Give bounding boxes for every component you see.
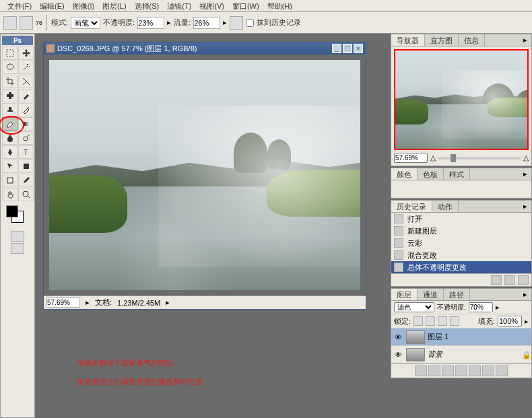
slice-tool[interactable] bbox=[18, 75, 34, 88]
panel-menu-icon[interactable]: ▸ bbox=[519, 168, 531, 180]
tab-swatches[interactable]: 色板 bbox=[418, 168, 444, 180]
airbrush-icon[interactable] bbox=[230, 16, 243, 30]
fg-color-swatch[interactable] bbox=[6, 205, 18, 217]
dodge-tool[interactable] bbox=[18, 131, 34, 145]
type-tool[interactable]: T bbox=[18, 145, 34, 159]
visibility-icon[interactable]: 👁 bbox=[393, 349, 403, 360]
lock-all-icon[interactable] bbox=[450, 316, 459, 326]
close-button[interactable]: × bbox=[354, 44, 363, 53]
lock-pixels-icon[interactable] bbox=[426, 316, 435, 326]
fill-input[interactable] bbox=[498, 316, 522, 326]
zoom-arrow-icon[interactable]: ▸ bbox=[86, 298, 90, 307]
color-swatches[interactable] bbox=[2, 204, 33, 227]
layer-row[interactable]: 👁 背景 🔒 bbox=[391, 346, 531, 363]
flow-arrow-icon[interactable]: ▸ bbox=[223, 18, 227, 27]
tab-actions[interactable]: 动作 bbox=[432, 201, 459, 212]
notes-tool[interactable] bbox=[2, 174, 18, 187]
gradient-tool[interactable] bbox=[18, 117, 34, 131]
crop-tool[interactable] bbox=[2, 75, 18, 88]
adjustment-icon[interactable] bbox=[455, 365, 467, 376]
tab-info[interactable]: 信息 bbox=[459, 34, 485, 46]
menu-file[interactable]: 文件(F) bbox=[3, 0, 36, 11]
mode-select[interactable]: 画笔 bbox=[71, 17, 100, 29]
layer-row[interactable]: 👁 图层 1 bbox=[391, 328, 531, 346]
panel-menu-icon[interactable]: ▸ bbox=[519, 201, 531, 212]
document-body[interactable] bbox=[44, 55, 366, 295]
new-layer-icon[interactable] bbox=[482, 365, 494, 376]
opacity-arrow-icon[interactable]: ▸ bbox=[167, 18, 171, 27]
tab-color[interactable]: 颜色 bbox=[391, 168, 418, 180]
nav-zoom-input[interactable] bbox=[394, 153, 428, 163]
photo-canvas[interactable] bbox=[49, 60, 360, 290]
flow-input[interactable] bbox=[193, 17, 220, 29]
title-bar[interactable]: DSC_0269.JPG @ 57.7% (图层 1, RGB/8) _ □ × bbox=[44, 42, 366, 55]
tab-layers[interactable]: 图层 bbox=[391, 289, 418, 300]
menu-filter[interactable]: 滤镜(T) bbox=[163, 0, 195, 11]
lasso-tool[interactable] bbox=[2, 61, 18, 74]
marquee-tool[interactable] bbox=[2, 46, 18, 60]
group-icon[interactable] bbox=[469, 365, 481, 376]
eraser-tool[interactable] bbox=[2, 117, 18, 131]
lock-position-icon[interactable] bbox=[438, 316, 447, 326]
screenmode-icon[interactable] bbox=[11, 243, 24, 254]
move-tool[interactable] bbox=[18, 46, 34, 60]
docinfo-arrow-icon[interactable]: ▸ bbox=[166, 298, 170, 307]
trash-icon[interactable] bbox=[496, 365, 508, 376]
zoom-input[interactable] bbox=[46, 298, 80, 308]
shape-tool[interactable] bbox=[18, 160, 34, 173]
zoom-slider[interactable] bbox=[438, 157, 521, 160]
eyedropper-tool[interactable] bbox=[18, 174, 34, 187]
tab-navigator[interactable]: 导航器 bbox=[391, 34, 425, 46]
tool-preset-icon[interactable] bbox=[3, 16, 17, 30]
menu-help[interactable]: 帮助(H) bbox=[263, 0, 296, 11]
layer-name[interactable]: 图层 1 bbox=[428, 332, 530, 342]
zoom-in-icon[interactable]: △ bbox=[523, 153, 529, 162]
navigator-preview[interactable] bbox=[394, 49, 529, 150]
blur-tool[interactable] bbox=[2, 131, 18, 145]
mask-icon[interactable] bbox=[442, 365, 454, 376]
new-snapshot-icon[interactable] bbox=[504, 275, 515, 285]
tab-channels[interactable]: 通道 bbox=[418, 289, 444, 300]
tab-paths[interactable]: 路径 bbox=[444, 289, 470, 300]
tab-styles[interactable]: 样式 bbox=[444, 168, 470, 180]
layer-thumbnail[interactable] bbox=[406, 330, 425, 344]
history-item[interactable]: 云彩 bbox=[391, 237, 531, 249]
panel-menu-icon[interactable]: ▸ bbox=[519, 34, 531, 46]
fill-arrow-icon[interactable]: ▸ bbox=[525, 317, 529, 326]
fx-icon[interactable] bbox=[428, 365, 440, 376]
menu-select[interactable]: 选择(S) bbox=[131, 0, 164, 11]
zoom-tool[interactable] bbox=[18, 188, 34, 201]
lock-transparency-icon[interactable] bbox=[413, 316, 423, 326]
opacity-input[interactable] bbox=[137, 17, 164, 29]
menu-edit[interactable]: 编辑(E) bbox=[36, 0, 69, 11]
visibility-icon[interactable]: 👁 bbox=[393, 332, 403, 343]
pen-tool[interactable] bbox=[2, 145, 18, 159]
menu-layer[interactable]: 图层(L) bbox=[98, 0, 130, 11]
tab-histogram[interactable]: 直方图 bbox=[425, 34, 459, 46]
layer-thumbnail[interactable] bbox=[406, 348, 425, 361]
history-item[interactable]: 混合更改 bbox=[391, 249, 531, 261]
wand-tool[interactable] bbox=[18, 61, 34, 74]
stamp-tool[interactable] bbox=[2, 103, 18, 116]
erase-history-checkbox[interactable] bbox=[246, 19, 254, 27]
menu-image[interactable]: 图像(I) bbox=[69, 0, 98, 11]
menu-view[interactable]: 视图(V) bbox=[195, 0, 228, 11]
brush-tool[interactable] bbox=[18, 89, 34, 102]
brush-preset-icon[interactable] bbox=[20, 16, 33, 30]
link-icon[interactable] bbox=[415, 365, 427, 376]
tab-history[interactable]: 历史记录 bbox=[391, 201, 432, 212]
history-item[interactable]: 新建图层 bbox=[391, 225, 531, 237]
layer-opacity-input[interactable] bbox=[469, 302, 493, 312]
path-select-tool[interactable] bbox=[2, 160, 18, 173]
quickmask-icon[interactable] bbox=[11, 231, 24, 242]
new-doc-icon[interactable] bbox=[491, 275, 502, 285]
trash-icon[interactable] bbox=[518, 275, 529, 285]
toolbox-header[interactable]: Ps bbox=[2, 36, 33, 45]
zoom-out-icon[interactable]: △ bbox=[430, 153, 436, 162]
blend-mode-select[interactable]: 滤色 bbox=[394, 302, 434, 312]
heal-tool[interactable] bbox=[2, 89, 18, 102]
opacity-arrow-icon[interactable]: ▸ bbox=[496, 303, 500, 312]
maximize-button[interactable]: □ bbox=[343, 44, 352, 53]
menu-window[interactable]: 窗口(W) bbox=[228, 0, 263, 11]
history-brush-tool[interactable] bbox=[18, 103, 34, 116]
